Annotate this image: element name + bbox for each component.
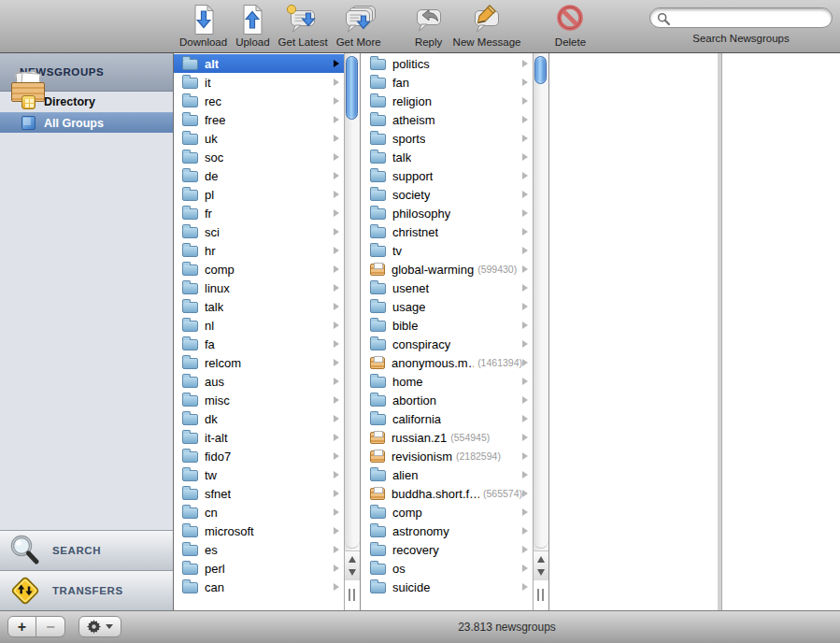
browser-row-comp[interactable]: comp [174, 260, 344, 279]
browser-row-usenet[interactable]: usenet [362, 279, 533, 297]
row-label: alien [392, 468, 418, 482]
search-input[interactable] [673, 9, 824, 26]
browser-row-society[interactable]: society [362, 185, 533, 204]
action-menu-button[interactable] [78, 616, 121, 637]
browser-row-it[interactable]: it [174, 73, 344, 92]
browser-row-global-warming[interactable]: global-warming(599430) [362, 260, 533, 279]
download-button[interactable]: Download [179, 3, 227, 48]
column-resize-handle[interactable] [344, 580, 360, 610]
browser-row-russian-z1[interactable]: russian.z1(554945) [362, 428, 533, 447]
folder-icon [182, 190, 198, 201]
browser-row-revisionism[interactable]: revisionism(2182594) [362, 447, 533, 465]
browser-row-misc[interactable]: misc [174, 391, 344, 409]
browser-row-free[interactable]: free [174, 110, 344, 129]
browser-row-bible[interactable]: bible [362, 316, 533, 335]
get-more-button[interactable]: Get More [336, 3, 381, 48]
browser-row-fa[interactable]: fa [174, 335, 344, 353]
sidebar-item-directory[interactable]: Directory [0, 92, 173, 112]
scrollbar-thumb[interactable] [534, 56, 547, 84]
browser-row-atheism[interactable]: atheism [362, 110, 533, 129]
folder-icon [370, 227, 386, 238]
browser-row-home[interactable]: home [362, 372, 533, 391]
add-button[interactable]: + [7, 616, 36, 637]
scroll-down-arrow[interactable] [349, 569, 356, 576]
browser-row-de[interactable]: de [174, 166, 344, 185]
browser-row-politics[interactable]: politics [362, 54, 533, 73]
browser-row-alien[interactable]: alien [362, 465, 533, 484]
sidebar-section-search[interactable]: SEARCH [0, 530, 173, 570]
browser-row-microsoft[interactable]: microsoft [174, 522, 344, 540]
browser-row-fr[interactable]: fr [174, 204, 344, 222]
browser-row-sfnet[interactable]: sfnet [174, 484, 344, 503]
browser-row-tv[interactable]: tv [362, 241, 533, 260]
browser-row-fan[interactable]: fan [362, 73, 533, 92]
new-message-button[interactable]: New Message [453, 3, 521, 48]
browser-row-tw[interactable]: tw [174, 465, 344, 484]
browser-row-es[interactable]: es [174, 540, 344, 559]
scroll-up-arrow[interactable] [537, 556, 545, 563]
row-label: buddha.short.f… [392, 487, 479, 501]
upload-button[interactable]: Upload [235, 3, 269, 48]
browser-row-christnet[interactable]: christnet [362, 222, 533, 241]
reply-button[interactable]: Reply [413, 3, 445, 48]
browser-row-religion[interactable]: religion [362, 92, 533, 110]
sidebar-section-newsgroups[interactable]: NEWSGROUPS [0, 53, 173, 92]
browser-row-rec[interactable]: rec [174, 92, 344, 110]
folder-icon [370, 377, 386, 388]
browser-row-can[interactable]: can [174, 578, 344, 596]
folder-icon [370, 395, 386, 407]
app-window: DownloadUploadGet LatestGet MoreReplyNew… [0, 0, 840, 643]
chevron-right-icon [334, 452, 339, 460]
browser-row-anonymous-m-[interactable]: anonymous.m…(1461394) [362, 353, 533, 372]
browser-row-alt[interactable]: alt [174, 54, 344, 73]
folder-icon [370, 152, 386, 164]
sidebar-item-all-groups[interactable]: All Groups [0, 112, 173, 133]
scrollbar-thumb[interactable] [346, 56, 358, 120]
scrollbar[interactable] [533, 53, 548, 610]
chevron-right-icon [334, 209, 339, 217]
reply-bubble-icon [413, 3, 445, 36]
article-count: (554945) [450, 432, 490, 443]
sidebar-item-label: Directory [44, 95, 95, 108]
browser-row-support[interactable]: support [362, 166, 533, 185]
delete-button[interactable]: Delete [554, 3, 586, 48]
browser-row-talk[interactable]: talk [174, 297, 344, 316]
browser-row-buddha-short-f-[interactable]: buddha.short.f…(565574) [362, 484, 533, 503]
browser-row-sports[interactable]: sports [362, 129, 533, 148]
browser-row-abortion[interactable]: abortion [362, 391, 533, 409]
browser-row-suicide[interactable]: suicide [362, 578, 533, 596]
browser-row-fido7[interactable]: fido7 [174, 447, 344, 465]
browser-row-philosophy[interactable]: philosophy [362, 204, 533, 222]
scroll-down-arrow[interactable] [537, 569, 545, 576]
browser-row-soc[interactable]: soc [174, 148, 344, 166]
get-latest-button[interactable]: Get Latest [278, 3, 328, 48]
browser-row-astronomy[interactable]: astronomy [362, 522, 533, 540]
search-field[interactable] [649, 7, 833, 28]
browser-row-comp[interactable]: comp [362, 503, 533, 522]
browser-row-cn[interactable]: cn [174, 503, 344, 522]
browser-row-it-alt[interactable]: it-alt [174, 428, 344, 447]
column-resize-handle[interactable] [533, 580, 548, 610]
search-magnifier-icon [7, 534, 43, 567]
remove-button[interactable]: − [36, 616, 65, 637]
browser-row-uk[interactable]: uk [174, 129, 344, 148]
browser-row-sci[interactable]: sci [174, 222, 344, 241]
browser-row-conspiracy[interactable]: conspiracy [362, 335, 533, 353]
browser-row-os[interactable]: os [362, 559, 533, 578]
browser-row-linux[interactable]: linux [174, 279, 344, 297]
browser-row-usage[interactable]: usage [362, 297, 533, 316]
browser-row-perl[interactable]: perl [174, 559, 344, 578]
browser-row-pl[interactable]: pl [174, 185, 344, 204]
chevron-right-icon [334, 471, 339, 479]
browser-row-dk[interactable]: dk [174, 409, 344, 428]
browser-row-hr[interactable]: hr [174, 241, 344, 260]
browser-row-nl[interactable]: nl [174, 316, 344, 335]
scrollbar[interactable] [344, 53, 360, 610]
sidebar-section-transfers[interactable]: TRANSFERS [0, 570, 173, 610]
scroll-up-arrow[interactable] [349, 556, 356, 563]
browser-row-recovery[interactable]: recovery [362, 540, 533, 559]
browser-row-aus[interactable]: aus [174, 372, 344, 391]
browser-row-california[interactable]: california [362, 409, 533, 428]
browser-row-talk[interactable]: talk [362, 148, 533, 166]
browser-row-relcom[interactable]: relcom [174, 353, 344, 372]
